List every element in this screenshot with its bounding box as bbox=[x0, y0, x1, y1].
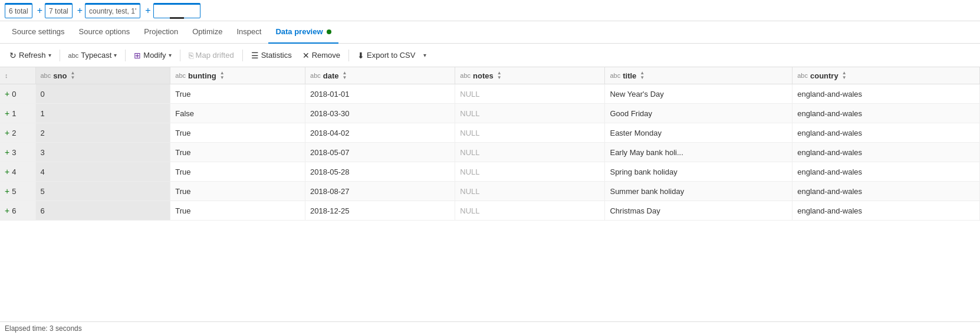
cell-date: 2018-12-25 bbox=[305, 201, 455, 221]
sep-3 bbox=[180, 50, 180, 61]
tab-source-options[interactable]: Source options bbox=[72, 21, 137, 44]
chip-3-label: country, test, 1' bbox=[89, 7, 136, 15]
typecast-chevron-icon: ▾ bbox=[114, 52, 117, 58]
col-header-bunting[interactable]: abc bunting ▲ ▼ bbox=[170, 67, 305, 84]
col-header-country[interactable]: abc country ▲ ▼ bbox=[792, 67, 980, 84]
cell-date: 2018-08-27 bbox=[305, 182, 455, 201]
filter-bar: 6 total + 7 total + country, test, 1' + bbox=[0, 0, 980, 21]
filter-plus-3[interactable]: + bbox=[145, 5, 150, 16]
data-table-wrapper: ↕ abc sno ▲ ▼ bbox=[0, 67, 980, 321]
remove-icon: ✕ bbox=[302, 51, 310, 60]
date-type-badge: abc bbox=[310, 72, 321, 79]
sep-4 bbox=[242, 50, 243, 61]
modify-chevron-icon: ▾ bbox=[169, 52, 172, 58]
filter-chip-4[interactable] bbox=[153, 3, 200, 18]
sort-icons-bunting[interactable]: ▲ ▼ bbox=[220, 71, 225, 80]
cell-country: england-and-wales bbox=[792, 104, 980, 123]
sort-icons-date[interactable]: ▲ ▼ bbox=[343, 71, 347, 80]
main-container: 6 total + 7 total + country, test, 1' + … bbox=[0, 0, 980, 335]
filter-chip-3[interactable]: country, test, 1' bbox=[85, 3, 140, 18]
row-num-cell: +6 bbox=[0, 201, 35, 221]
cell-sno: 2 bbox=[35, 123, 170, 143]
cell-title: Christmas Day bbox=[605, 201, 792, 221]
bunting-type-badge: abc bbox=[175, 72, 186, 79]
sort-icon-rownum: ↕ bbox=[5, 72, 8, 79]
statistics-button[interactable]: ☰ Statistics bbox=[246, 46, 297, 65]
cell-country: england-and-wales bbox=[792, 162, 980, 182]
table-row[interactable]: +33True2018-05-07NULLEarly May bank holi… bbox=[0, 143, 980, 162]
cell-notes: NULL bbox=[455, 182, 605, 201]
row-num-cell: +1 bbox=[0, 104, 35, 123]
col-header-date[interactable]: abc date ▲ ▼ bbox=[305, 67, 455, 84]
col-header-sno[interactable]: abc sno ▲ ▼ bbox=[35, 67, 170, 84]
map-drifted-button[interactable]: ⎘ Map drifted bbox=[184, 46, 239, 65]
cell-bunting: True bbox=[170, 84, 305, 104]
filter-chip-1[interactable]: 6 total bbox=[5, 3, 32, 18]
tab-projection[interactable]: Projection bbox=[137, 21, 185, 44]
add-row-btn[interactable]: + bbox=[5, 167, 9, 176]
cell-title: Good Friday bbox=[605, 104, 792, 123]
export-csv-button[interactable]: ⬇ Export to CSV bbox=[353, 46, 420, 65]
sort-icons-title[interactable]: ▲ ▼ bbox=[640, 71, 644, 80]
cell-notes: NULL bbox=[455, 162, 605, 182]
add-row-btn[interactable]: + bbox=[5, 89, 9, 98]
refresh-chevron-icon: ▾ bbox=[48, 52, 51, 58]
cell-country: england-and-wales bbox=[792, 182, 980, 201]
filter-plus-1[interactable]: + bbox=[37, 5, 42, 16]
cell-country: england-and-wales bbox=[792, 84, 980, 104]
add-row-btn[interactable]: + bbox=[5, 147, 9, 157]
filter-chip-2[interactable]: 7 total bbox=[45, 3, 73, 18]
title-type-badge: abc bbox=[610, 72, 620, 79]
toolbar: ↻ Refresh ▾ abc Typecast ▾ ⊞ Modify ▾ ⎘ … bbox=[0, 44, 980, 67]
table-row[interactable]: +55True2018-08-27NULLSummer bank holiday… bbox=[0, 182, 980, 201]
cell-bunting: True bbox=[170, 201, 305, 221]
table-row[interactable]: +66True2018-12-25NULLChristmas Dayenglan… bbox=[0, 201, 980, 221]
modify-button[interactable]: ⊞ Modify ▾ bbox=[129, 46, 176, 65]
cell-country: england-and-wales bbox=[792, 123, 980, 143]
tab-inspect[interactable]: Inspect bbox=[229, 21, 268, 44]
cell-bunting: True bbox=[170, 123, 305, 143]
typecast-button[interactable]: abc Typecast ▾ bbox=[64, 46, 122, 65]
add-row-btn[interactable]: + bbox=[5, 109, 9, 118]
add-row-btn[interactable]: + bbox=[5, 128, 9, 137]
cell-bunting: True bbox=[170, 182, 305, 201]
tab-optimize[interactable]: Optimize bbox=[185, 21, 229, 44]
cell-notes: NULL bbox=[455, 123, 605, 143]
modify-icon: ⊞ bbox=[134, 51, 141, 60]
add-row-btn[interactable]: + bbox=[5, 206, 9, 215]
cell-date: 2018-05-07 bbox=[305, 143, 455, 162]
table-row[interactable]: +00True2018-01-01NULLNew Year's Dayengla… bbox=[0, 84, 980, 104]
sep-2 bbox=[125, 50, 126, 61]
col-header-rownum: ↕ bbox=[0, 67, 35, 84]
row-num-cell: +3 bbox=[0, 143, 35, 162]
cell-title: Summer bank holiday bbox=[605, 182, 792, 201]
refresh-button[interactable]: ↻ Refresh ▾ bbox=[5, 46, 56, 65]
sort-icons-notes[interactable]: ▲ ▼ bbox=[497, 71, 502, 80]
col-header-notes[interactable]: abc notes ▲ ▼ bbox=[455, 67, 605, 84]
table-row[interactable]: +44True2018-05-28NULLSpring bank holiday… bbox=[0, 162, 980, 182]
cell-notes: NULL bbox=[455, 143, 605, 162]
cell-sno: 3 bbox=[35, 143, 170, 162]
row-num-cell: +2 bbox=[0, 123, 35, 143]
sort-icons-country[interactable]: ▲ ▼ bbox=[842, 71, 847, 80]
sep-5 bbox=[348, 50, 349, 61]
tab-source-settings[interactable]: Source settings bbox=[5, 21, 72, 44]
add-row-btn[interactable]: + bbox=[5, 186, 9, 196]
table-row[interactable]: +11False2018-03-30NULLGood Fridayengland… bbox=[0, 104, 980, 123]
cell-date: 2018-04-02 bbox=[305, 123, 455, 143]
notes-type-badge: abc bbox=[460, 72, 471, 79]
data-preview-status-dot bbox=[327, 29, 331, 34]
cell-date: 2018-03-30 bbox=[305, 104, 455, 123]
more-options-button[interactable]: ▾ bbox=[421, 46, 429, 65]
filter-plus-2[interactable]: + bbox=[77, 5, 83, 16]
cell-bunting: True bbox=[170, 162, 305, 182]
remove-button[interactable]: ✕ Remove bbox=[298, 46, 345, 65]
country-type-badge: abc bbox=[797, 72, 808, 79]
tab-data-preview[interactable]: Data preview bbox=[268, 21, 338, 44]
col-header-title[interactable]: abc title ▲ ▼ bbox=[605, 67, 792, 84]
sort-icons-sno[interactable]: ▲ ▼ bbox=[70, 71, 75, 80]
cell-notes: NULL bbox=[455, 84, 605, 104]
table-row[interactable]: +22True2018-04-02NULLEaster Mondayenglan… bbox=[0, 123, 980, 143]
chip-2-label: 7 total bbox=[49, 7, 68, 15]
status-bar: Elapsed time: 3 seconds bbox=[0, 321, 980, 335]
